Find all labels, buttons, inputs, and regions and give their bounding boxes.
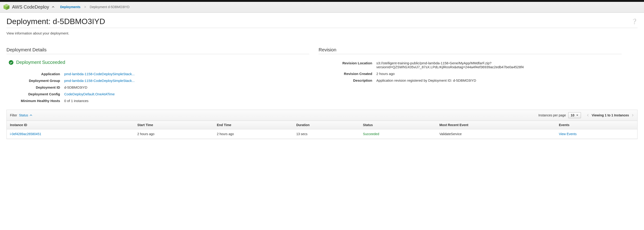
label-deployment-config: Deployment Config bbox=[6, 92, 64, 96]
col-most-recent-event[interactable]: Most Recent Event bbox=[436, 121, 556, 129]
breadcrumb-deployments-link[interactable]: Deployments bbox=[60, 5, 80, 9]
header-bar: AWS CodeDeploy Deployments > Deployment … bbox=[0, 2, 644, 13]
cell-end-time: 2 hours ago bbox=[214, 129, 293, 139]
page-subtitle: View information about your deployment. bbox=[6, 31, 638, 35]
value-revision-location: s3://stelligent-training-public/pmd-lamb… bbox=[376, 61, 621, 69]
instances-per-page-select[interactable]: 10 bbox=[568, 112, 581, 118]
pager-range-text: Viewing 1 to 1 Instances bbox=[592, 113, 629, 117]
cell-most-recent-event: ValidateService bbox=[436, 129, 556, 139]
label-min-healthy-hosts: Minimum Healthy Hosts bbox=[6, 99, 64, 103]
label-deployment-group: Deployment Group bbox=[6, 79, 64, 83]
col-instance-id[interactable]: Instance ID bbox=[7, 121, 134, 129]
cell-view-events-link[interactable]: View Events bbox=[556, 129, 637, 139]
svg-point-3 bbox=[9, 60, 14, 65]
caret-down-icon bbox=[576, 113, 578, 117]
value-revision-created: 2 hours ago bbox=[376, 72, 621, 76]
value-deployment-config-link[interactable]: CodeDeployDefault.OneAtATime bbox=[64, 92, 309, 96]
value-min-healthy-hosts: 0 of 1 instances bbox=[64, 99, 309, 103]
value-revision-description: Application revision registered by Deplo… bbox=[376, 78, 621, 82]
label-application: Application bbox=[6, 72, 64, 76]
breadcrumb-separator-icon: > bbox=[84, 5, 86, 9]
value-deployment-id: d-5DBMO3IYD bbox=[64, 85, 309, 89]
value-application-link[interactable]: pmd-lambda-1158-CodeDeploySimpleStack... bbox=[64, 72, 309, 76]
cell-status: Succeeded bbox=[360, 129, 436, 139]
revision-heading: Revision bbox=[318, 47, 621, 54]
col-events[interactable]: Events bbox=[556, 121, 637, 129]
pager-prev-icon[interactable] bbox=[586, 114, 589, 117]
breadcrumb-current: Deployment d-5DBMO3IYD bbox=[90, 5, 130, 9]
help-icon[interactable]: ❔ bbox=[631, 19, 638, 25]
value-deployment-group-link[interactable]: pmd-lambda-1158-CodeDeploySimpleStack... bbox=[64, 79, 309, 83]
deployment-status-text: Deployment Succeeded bbox=[16, 60, 65, 65]
chevron-up-icon[interactable] bbox=[52, 6, 54, 8]
col-start-time[interactable]: Start Time bbox=[134, 121, 214, 129]
label-revision-created: Revision Created bbox=[318, 72, 376, 76]
instances-panel: Filter Status Instances per page 10 bbox=[6, 110, 638, 139]
cell-instance-id-link[interactable]: i-0ef4289ac26580451 bbox=[7, 129, 134, 139]
codedeploy-logo-icon bbox=[3, 3, 10, 11]
success-check-icon bbox=[9, 60, 14, 65]
instances-table: Instance ID Start Time End Time Duration… bbox=[7, 121, 637, 139]
instances-per-page-label: Instances per page bbox=[538, 113, 566, 117]
label-revision-location: Revision Location bbox=[318, 61, 376, 65]
cell-start-time: 2 hours ago bbox=[134, 129, 214, 139]
label-revision-description: Description bbox=[318, 78, 376, 82]
table-row[interactable]: i-0ef4289ac26580451 2 hours ago 2 hours … bbox=[7, 129, 637, 139]
page-title: Deployment: d-5DBMO3IYD bbox=[6, 17, 105, 26]
filter-status-dropdown[interactable]: Status bbox=[19, 113, 32, 117]
deployment-details-heading: Deployment Details bbox=[6, 47, 309, 54]
cell-duration: 13 secs bbox=[293, 129, 360, 139]
chevron-up-icon bbox=[30, 114, 32, 117]
col-duration[interactable]: Duration bbox=[293, 121, 360, 129]
label-deployment-id: Deployment ID bbox=[6, 85, 64, 89]
col-end-time[interactable]: End Time bbox=[214, 121, 293, 129]
instances-per-page-value: 10 bbox=[571, 113, 574, 117]
col-status[interactable]: Status bbox=[360, 121, 436, 129]
service-name[interactable]: AWS CodeDeploy bbox=[12, 5, 49, 10]
pager-next-icon[interactable] bbox=[631, 114, 634, 117]
filter-status-text: Status bbox=[19, 113, 28, 117]
filter-label: Filter bbox=[10, 113, 17, 117]
breadcrumb: Deployments > Deployment d-5DBMO3IYD bbox=[60, 5, 129, 9]
